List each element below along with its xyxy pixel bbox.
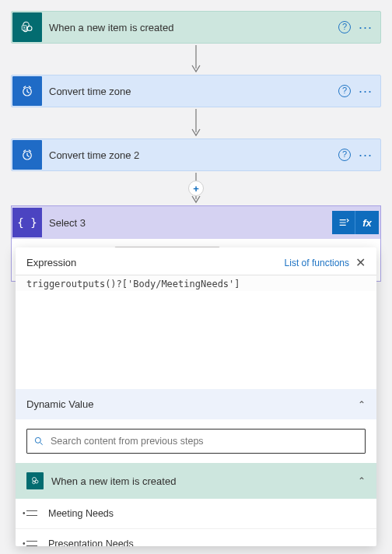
step-card-convert-timezone[interactable]: Convert time zone ? ··· <box>11 75 381 107</box>
chevron-up-icon: ⌃ <box>358 475 366 486</box>
dynamic-content-search[interactable] <box>26 429 366 454</box>
dynamic-content-item[interactable]: • Meeting Needs <box>16 499 376 529</box>
help-icon[interactable]: ? <box>338 85 351 97</box>
svg-point-10 <box>35 437 40 443</box>
connector-arrow <box>11 107 381 138</box>
more-menu-icon[interactable]: ··· <box>359 151 373 159</box>
close-icon[interactable]: ✕ <box>355 255 366 270</box>
select-header[interactable]: { } Select 3 fx <box>12 206 380 239</box>
expression-section-label: Expression <box>26 257 76 268</box>
expression-popup: Expression List of functions ✕ triggerou… <box>16 247 376 546</box>
help-icon[interactable]: ? <box>338 149 351 161</box>
dynamic-value-section-header[interactable]: Dynamic Value ⌃ <box>16 389 376 419</box>
help-icon[interactable]: ? <box>338 21 351 33</box>
add-step-button[interactable]: + <box>188 181 204 196</box>
connector-arrow-with-add: + <box>11 171 381 205</box>
field-list-icon: • <box>26 508 39 519</box>
clock-icon <box>12 140 42 170</box>
clock-icon <box>12 76 42 106</box>
more-menu-icon[interactable]: ··· <box>359 87 373 95</box>
data-operation-icon: { } <box>12 208 42 237</box>
dynamic-content-item[interactable]: • Presentation Needs <box>16 529 376 546</box>
list-of-functions-link[interactable]: List of functions <box>285 258 349 268</box>
chevron-up-icon: ⌃ <box>358 399 366 410</box>
search-input[interactable] <box>49 435 359 447</box>
expression-mode-button[interactable]: fx <box>355 211 379 234</box>
step-card-convert-timezone-2[interactable]: Convert time zone 2 ? ··· <box>11 138 381 171</box>
switch-view-button[interactable] <box>332 211 355 234</box>
step-title: Convert time zone <box>43 86 338 97</box>
dynamic-content-group-header[interactable]: When a new item is created ⌃ <box>16 463 376 499</box>
sharepoint-icon <box>26 472 44 489</box>
svg-line-11 <box>40 443 43 445</box>
sharepoint-icon: S <box>12 12 42 42</box>
expression-input[interactable]: triggeroutputs()?['Body/MeetingNeeds'] <box>16 275 376 291</box>
step-title: When a new item is created <box>43 22 338 33</box>
more-menu-icon[interactable]: ··· <box>359 23 373 31</box>
svg-point-1 <box>27 26 32 31</box>
search-icon <box>33 436 44 447</box>
field-list-icon: • <box>26 538 39 546</box>
group-title: When a new item is created <box>51 475 350 487</box>
step-title: Select 3 <box>43 217 332 229</box>
step-title: Convert time zone 2 <box>43 149 338 161</box>
connector-arrow <box>11 44 381 75</box>
step-card-sharepoint-trigger[interactable]: S When a new item is created ? ··· <box>11 11 381 44</box>
